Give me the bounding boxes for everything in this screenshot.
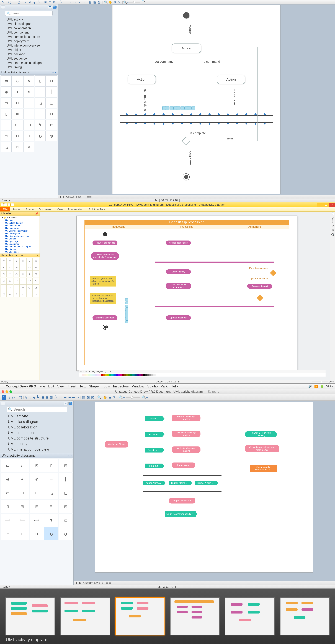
shape-cell[interactable]: ⟶	[1, 120, 11, 130]
shape-cell[interactable]: ⊡	[46, 108, 57, 119]
shape-cell[interactable]: ●	[15, 472, 29, 486]
pages-panel-icon[interactable]: 📄	[331, 212, 334, 215]
layout-tool-3[interactable]: ⊡	[53, 0, 56, 4]
signal-deactivate[interactable]: Deactivate	[145, 448, 162, 452]
color-swatch[interactable]	[122, 374, 124, 376]
sync-bar-top[interactable]	[120, 115, 273, 116]
menu-tools[interactable]: Tools	[102, 384, 110, 388]
lib-item[interactable]: UML composite structure	[0, 436, 73, 441]
shape-cell[interactable]: ▭	[0, 258, 6, 264]
color-swatch[interactable]	[95, 374, 97, 376]
color-swatch[interactable]	[126, 374, 128, 376]
shape-cell[interactable]: ◉	[1, 86, 11, 97]
tree-icon[interactable]: ⋮̤	[1, 402, 5, 405]
activity-act-msg[interactable]: Activate Message Handling	[172, 446, 200, 453]
shape-cell[interactable]: ⟶	[13, 278, 19, 284]
maximize-button[interactable]: ☐	[323, 203, 329, 207]
color-swatch[interactable]	[120, 374, 122, 376]
search-input[interactable]: 🔍 Search	[6, 407, 67, 412]
sound-icon[interactable]: 🔊	[308, 385, 312, 388]
lib-item[interactable]: UML class diagram	[0, 419, 73, 424]
zoom-value[interactable]: Custom 56%	[83, 581, 100, 584]
tree-item[interactable]: UML package	[0, 240, 39, 243]
signal-timeout[interactable]: Time-out	[145, 464, 162, 468]
zoom-slider[interactable]	[129, 2, 140, 2]
lib-item[interactable]: UML composite structure	[0, 35, 58, 39]
fit-width-icon[interactable]: ▭▭	[106, 581, 111, 584]
arrow-tool-3[interactable]: ⇥	[72, 395, 75, 400]
comments-icon[interactable]: 💬	[331, 233, 334, 236]
shape-cell[interactable]: ⊓	[12, 131, 23, 141]
curve-tool[interactable]: 〰	[64, 0, 67, 4]
shape-cell[interactable]: ─	[35, 86, 45, 97]
zoom-in-icon[interactable]: 🔍	[97, 395, 101, 400]
shape-cell[interactable]: ⧈	[12, 142, 23, 152]
menu-insert[interactable]: Insert	[68, 384, 76, 388]
lib-item[interactable]: UML sequence	[0, 56, 58, 61]
shape-cell[interactable]: ⧉	[13, 291, 19, 298]
shape-cell[interactable]: ⬚	[7, 271, 13, 277]
shape-cell[interactable]: ⊟	[35, 108, 45, 119]
color-swatch[interactable]	[149, 374, 151, 376]
activity-update[interactable]: Update passbook	[166, 316, 191, 320]
lib-item[interactable]: UML deployment	[0, 441, 73, 446]
gallery-thumb-selected[interactable]	[115, 597, 165, 636]
edit-tool[interactable]: ✎	[117, 0, 121, 4]
color-swatch[interactable]	[143, 374, 145, 376]
hand-tool[interactable]: ✋	[108, 0, 112, 4]
tree-item[interactable]: UML interaction overview	[0, 235, 39, 238]
wifi-icon[interactable]: 📶	[314, 385, 318, 388]
layout-tool-3[interactable]: ⊡	[50, 395, 53, 400]
shape-cell[interactable]: ⊞	[30, 500, 44, 513]
minimize-light[interactable]	[5, 390, 8, 393]
gallery-thumb[interactable]	[225, 597, 275, 636]
shape-cell[interactable]: ⊗	[30, 472, 44, 486]
arrow-tool-1[interactable]: ↦	[68, 0, 72, 4]
activity-order-timeout[interactable]: Order time-out signal from real-time OS	[245, 445, 279, 452]
shape-cell[interactable]: ▭	[1, 486, 15, 500]
canvas-area[interactable]: Deposit slip processing Requesting Reque…	[40, 212, 330, 380]
color-swatch[interactable]	[116, 374, 118, 376]
signal-trigger-b[interactable]: Trigger Alarm B	[169, 481, 190, 485]
close-icon[interactable]: ✕	[54, 71, 56, 74]
rounded-rect-tool[interactable]: ▢	[17, 0, 20, 4]
ribbon-tab[interactable]: Presentation	[65, 207, 86, 212]
shape-cell[interactable]: ⧈	[7, 291, 13, 298]
zoom-out-icon[interactable]: 🔍–	[124, 0, 128, 4]
signal-alarm[interactable]: Alarm	[145, 416, 162, 421]
shape-cell[interactable]: ⊞	[12, 108, 23, 119]
shape-cell[interactable]: ▯	[35, 76, 45, 86]
shape-cell[interactable]: ⊟	[59, 459, 73, 472]
shape-cell[interactable]: ◑	[33, 284, 39, 291]
shape-cell[interactable]: ⊟	[0, 278, 6, 284]
shape-cell[interactable]: ⊔	[20, 284, 26, 291]
tree-item[interactable]: UML activity	[0, 219, 39, 222]
tree-item[interactable]: UML class diagram	[0, 222, 39, 224]
shape-cell[interactable]: ⊞	[26, 271, 32, 277]
group-tool-1[interactable]: ▦	[82, 395, 85, 400]
shape-cell[interactable]: ⊔	[30, 527, 44, 540]
shape-cell[interactable]: ⊟	[46, 76, 57, 86]
shape-cell[interactable]: ▭	[1, 76, 11, 86]
group-tool-2[interactable]: ▩	[87, 395, 90, 400]
floating-shape-toolbar[interactable]	[162, 106, 195, 110]
color-swatch[interactable]	[130, 374, 132, 376]
shape-cell[interactable]: ⬚	[1, 142, 11, 152]
app-name[interactable]: ConceptDraw PRO	[6, 384, 36, 388]
menu-edit[interactable]: Edit	[48, 384, 54, 388]
rect-tool[interactable]: ▭	[14, 395, 17, 400]
scroll-left-icon[interactable]: ◀	[59, 195, 61, 198]
close-icon[interactable]: ✕	[37, 254, 38, 256]
shape-cell[interactable]: ⊞	[15, 500, 29, 513]
shape-cell[interactable]: ▢	[59, 486, 73, 500]
layout-tool-1[interactable]: ⊞	[44, 0, 47, 4]
tree-item[interactable]: UML state machine diagram	[0, 246, 39, 248]
color-swatch[interactable]	[111, 374, 113, 376]
signal-activate[interactable]: Activate	[145, 432, 162, 437]
ribbon-tab[interactable]: Home	[10, 207, 23, 212]
zoom-stepper-icon[interactable]: ⇕	[102, 581, 104, 584]
pin-icon[interactable]: 📌	[35, 212, 38, 215]
lib-item[interactable]: UML deployment	[0, 39, 58, 43]
zoom-in-icon-2[interactable]: 🔍+	[141, 0, 145, 4]
connector-tool-3[interactable]: ┓	[33, 395, 35, 400]
